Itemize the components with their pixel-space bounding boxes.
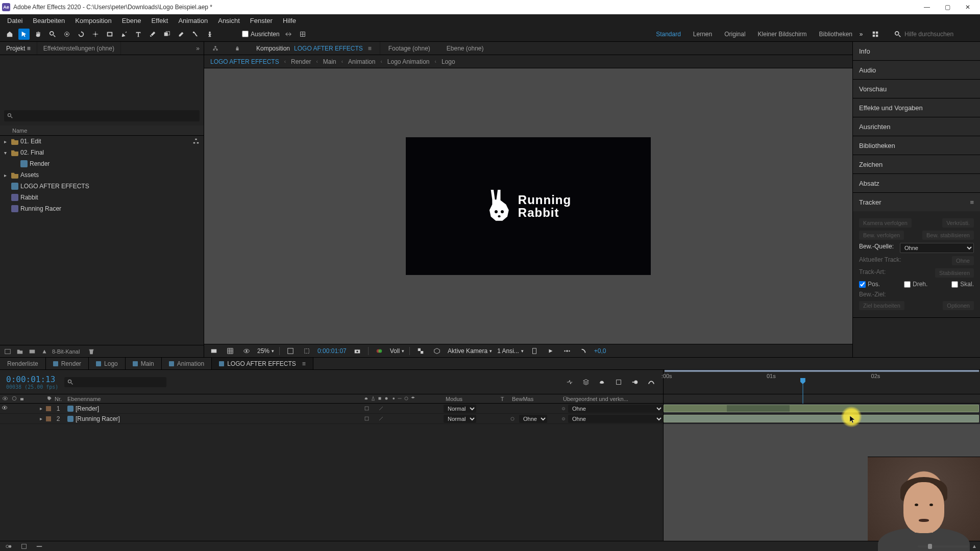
project-search[interactable] — [4, 110, 200, 121]
frame-blend-button[interactable] — [613, 377, 624, 388]
camera-dropdown[interactable]: Aktive Kamera ▾ — [448, 347, 492, 355]
timeline-tab[interactable]: Animation — [162, 358, 212, 369]
menu-animation[interactable]: Animation — [173, 14, 213, 27]
panel-header-tracker[interactable]: Tracker≡ — [853, 193, 980, 211]
roi-button[interactable] — [301, 345, 312, 357]
track-camera-button[interactable]: Kamera verfolgen — [859, 218, 912, 228]
3d-view-button[interactable] — [431, 345, 443, 357]
pen-tool[interactable] — [118, 29, 130, 40]
timeline-tab[interactable]: Logo — [89, 358, 126, 369]
help-search-input[interactable] — [904, 31, 976, 38]
zoom-dropdown[interactable]: 25% ▾ — [257, 347, 274, 355]
project-item[interactable]: Rabbit — [0, 192, 204, 203]
always-preview-button[interactable] — [208, 345, 219, 357]
comp-mini-flow-button[interactable] — [564, 377, 575, 388]
timeline-zoom-slider[interactable] — [918, 545, 969, 547]
flowchart-item[interactable]: Animation — [348, 58, 375, 65]
menu-ansicht[interactable]: Ansicht — [213, 14, 245, 27]
workspace-overflow[interactable]: » — [855, 29, 867, 40]
layer-track-2[interactable] — [664, 414, 980, 424]
help-search[interactable] — [894, 31, 976, 38]
toggle-modes-button[interactable] — [18, 541, 30, 552]
rot-checkbox[interactable]: Dreh. — [904, 281, 927, 288]
menu-hilfe[interactable]: Hilfe — [278, 14, 301, 27]
project-item[interactable]: ▾02. Final — [0, 147, 204, 158]
minimize-button[interactable]: — — [917, 0, 937, 14]
exposure-value[interactable]: +0,0 — [594, 347, 606, 355]
mask-button[interactable] — [241, 345, 252, 357]
pixel-aspect-button[interactable] — [529, 345, 540, 357]
channels-button[interactable] — [374, 345, 385, 357]
adjust-button[interactable] — [40, 347, 49, 356]
rotate-tool[interactable] — [76, 29, 87, 40]
workspace-original[interactable]: Original — [724, 31, 745, 38]
menu-bearbeiten[interactable]: Bearbeiten — [28, 14, 70, 27]
panel-header-bibliotheken[interactable]: Bibliotheken — [853, 136, 980, 155]
project-item[interactable]: ▸01. Edit — [0, 136, 204, 147]
roto-tool[interactable] — [190, 29, 201, 40]
flowchart-button[interactable] — [204, 42, 227, 55]
motion-blur-button[interactable] — [629, 377, 641, 388]
orbit-tool[interactable] — [61, 29, 72, 40]
delete-button[interactable] — [87, 347, 96, 356]
snap-options-2[interactable] — [297, 29, 308, 40]
resolution-button[interactable] — [285, 345, 296, 357]
pickwhip-icon[interactable] — [561, 416, 566, 421]
tab-composition[interactable]: Komposition LOGO AFTER EFFECTS ≡ — [248, 42, 380, 55]
blend-mode-select[interactable]: Normal — [444, 415, 476, 423]
workspace-kleiner-bildschirm[interactable]: Kleiner Bildschirm — [758, 31, 807, 38]
panel-header-zeichen[interactable]: Zeichen — [853, 155, 980, 173]
maximize-button[interactable]: ▢ — [937, 0, 958, 14]
timeline-tab[interactable]: Render — [46, 358, 89, 369]
panel-header-audio[interactable]: Audio — [853, 61, 980, 79]
zoom-in-icon[interactable]: ▲ — [972, 543, 977, 549]
layer-row[interactable]: ▸ 1 [Render] Normal Ohne — [0, 404, 663, 414]
layer-row[interactable]: ▸ 2 [Running Racer] Normal Ohne Ohne — [0, 414, 663, 424]
timeline-tab[interactable]: Main — [126, 358, 162, 369]
blend-mode-select[interactable]: Normal — [444, 405, 476, 413]
fast-preview-button[interactable] — [545, 345, 556, 357]
menu-datei[interactable]: Datei — [2, 14, 28, 27]
workspace-menu[interactable] — [870, 29, 881, 40]
stabilize-button[interactable]: Bew. stabilisieren — [922, 231, 974, 240]
lock-icon[interactable] — [227, 42, 248, 55]
comp-flowchart-button[interactable] — [578, 345, 589, 357]
snap-checkbox[interactable]: Ausrichten — [242, 31, 280, 38]
snapshot-button[interactable] — [352, 345, 363, 357]
panel-tab[interactable]: Projekt ≡ — [0, 42, 37, 55]
project-item[interactable]: LOGO AFTER EFFECTS — [0, 181, 204, 192]
graph-editor-button[interactable] — [646, 377, 657, 388]
eraser-tool[interactable] — [176, 29, 187, 40]
anchor-tool[interactable] — [90, 29, 101, 40]
current-timecode[interactable]: 0:00:01:13 — [6, 374, 58, 384]
project-item[interactable]: Running Racer — [0, 203, 204, 214]
layer-track-1[interactable] — [664, 404, 980, 414]
timeline-ruler[interactable]: :00s01s02s — [664, 370, 980, 394]
warp-button[interactable]: Verkrüsti. — [942, 218, 974, 228]
new-folder-button[interactable] — [15, 347, 24, 356]
panel-header-absatz[interactable]: Absatz — [853, 174, 980, 192]
panel-header-info[interactable]: Info — [853, 42, 980, 60]
resolution-dropdown[interactable]: Voll ▾ — [390, 347, 404, 355]
home-button[interactable] — [4, 29, 15, 40]
tab-layer[interactable]: Ebene (ohne) — [438, 42, 492, 55]
panel-overflow[interactable]: » — [192, 45, 204, 52]
zoom-tool[interactable] — [47, 29, 58, 40]
panel-header-ausrichten[interactable]: Ausrichten — [853, 117, 980, 136]
parent-select[interactable]: Ohne — [568, 415, 663, 423]
workspace-lernen[interactable]: Lernen — [693, 31, 712, 38]
toggle-switches-button[interactable] — [3, 541, 14, 552]
snap-options[interactable] — [283, 29, 294, 40]
project-item[interactable]: Render — [0, 158, 204, 169]
menu-ebene[interactable]: Ebene — [117, 14, 146, 27]
timeline-tab[interactable]: Renderliste — [0, 358, 46, 369]
flowchart-item[interactable]: Main — [323, 58, 336, 65]
brush-tool[interactable] — [147, 29, 158, 40]
views-dropdown[interactable]: 1 Ansi... ▾ — [497, 347, 524, 355]
workspace-bibliotheken[interactable]: Bibliotheken — [819, 31, 852, 38]
composition-viewer[interactable]: Running Rabbit — [204, 68, 852, 344]
menu-fenster[interactable]: Fenster — [245, 14, 278, 27]
scale-checkbox[interactable]: Skal. — [951, 281, 974, 288]
new-comp-button[interactable] — [28, 347, 37, 356]
text-tool[interactable] — [133, 29, 144, 40]
